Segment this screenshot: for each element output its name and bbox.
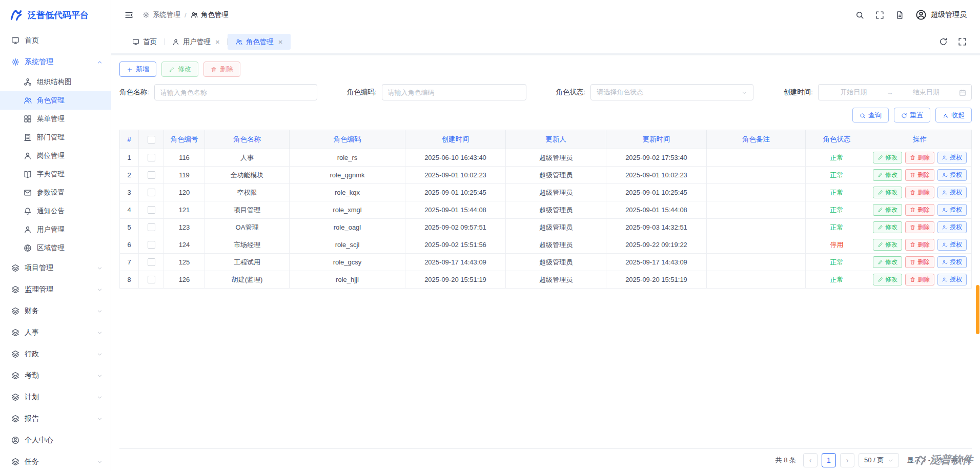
table-row[interactable]: 1 116 人事 role_rs 2025-06-10 16:43:40 超级管… — [120, 149, 972, 167]
sidebar-item-dept[interactable]: 部门管理 — [0, 128, 111, 147]
next-page-button[interactable]: › — [840, 453, 854, 467]
tab-role-management[interactable]: 角色管理× — [228, 34, 291, 50]
row-authorize-button[interactable]: 授权 — [937, 256, 967, 268]
fullscreen-button[interactable] — [958, 37, 967, 46]
current-page-button[interactable]: 1 — [822, 453, 836, 467]
user-menu[interactable]: 超级管理员 — [915, 9, 967, 21]
row-delete-button[interactable]: 删除 — [905, 239, 934, 251]
sidebar-item-system[interactable]: 系统管理 — [0, 51, 111, 73]
row-edit-button[interactable]: 修改 — [873, 152, 902, 163]
sidebar-item-role[interactable]: 角色管理 — [0, 91, 111, 110]
breadcrumb-item[interactable]: 角色管理 — [191, 10, 229, 19]
edit-button[interactable]: 修改 — [161, 62, 198, 77]
sidebar-item-home[interactable]: 首页 — [0, 30, 111, 51]
tab-close-icon[interactable]: × — [278, 38, 283, 46]
row-edit-button[interactable]: 修改 — [873, 274, 902, 285]
row-checkbox[interactable] — [148, 189, 155, 196]
select-all-checkbox[interactable] — [148, 136, 155, 144]
row-checkbox[interactable] — [148, 241, 155, 249]
row-authorize-button[interactable]: 授权 — [937, 221, 967, 233]
collapse-sidebar-button[interactable] — [125, 11, 133, 19]
search-button[interactable] — [855, 11, 864, 19]
tab-list: 首页用户管理×角色管理× — [125, 30, 291, 53]
tab-user-management[interactable]: 用户管理× — [165, 34, 228, 50]
row-authorize-button[interactable]: 授权 — [937, 204, 967, 216]
breadcrumb: 系统管理/角色管理 — [142, 10, 229, 19]
row-authorize-button[interactable]: 授权 — [937, 187, 967, 198]
row-edit-button[interactable]: 修改 — [873, 256, 902, 268]
row-checkbox[interactable] — [148, 171, 155, 179]
breadcrumb-item[interactable]: 系统管理 — [142, 10, 180, 19]
sidebar-item-report[interactable]: 报告 — [0, 408, 111, 429]
row-delete-button[interactable]: 删除 — [905, 152, 934, 163]
table-row[interactable]: 7 125 工程试用 role_gcsy 2025-09-17 14:43:09… — [120, 254, 972, 271]
collapse-filters-button[interactable]: 收起 — [935, 108, 972, 122]
reset-button[interactable]: 重置 — [894, 108, 930, 122]
row-delete-button[interactable]: 删除 — [905, 187, 934, 198]
row-checkbox[interactable] — [148, 206, 155, 214]
row-edit-button[interactable]: 修改 — [873, 221, 902, 233]
role-name-input[interactable] — [154, 84, 317, 100]
sidebar-item-params[interactable]: 参数设置 — [0, 183, 111, 202]
role-status-select[interactable]: 请选择角色状态 — [590, 84, 753, 100]
layers-icon — [11, 264, 19, 272]
sidebar-item-org-chart[interactable]: 组织结构图 — [0, 73, 111, 91]
row-delete-button[interactable]: 删除 — [905, 274, 934, 285]
trash-icon — [910, 172, 915, 178]
row-edit-button[interactable]: 修改 — [873, 204, 902, 216]
table-row[interactable]: 3 120 空权限 role_kqx 2025-09-01 10:25:45 超… — [120, 184, 972, 201]
scrollbar-thumb[interactable] — [976, 285, 979, 334]
sidebar-item-region[interactable]: 区域管理 — [0, 239, 111, 257]
sidebar-item-dict[interactable]: 字典管理 — [0, 165, 111, 183]
table-row[interactable]: 2 119 全功能模块 role_qgnmk 2025-09-01 10:02:… — [120, 167, 972, 184]
row-delete-button[interactable]: 删除 — [905, 204, 934, 216]
chevron-down-icon — [97, 287, 103, 293]
sidebar-item-project[interactable]: 项目管理 — [0, 257, 111, 279]
table-row[interactable]: 4 121 项目管理 role_xmgl 2025-09-01 15:44:08… — [120, 201, 972, 219]
sidebar-item-post[interactable]: 岗位管理 — [0, 147, 111, 165]
sidebar-item-personal[interactable]: 个人中心 — [0, 429, 111, 451]
tab-close-icon[interactable]: × — [215, 38, 220, 46]
row-delete-button[interactable]: 删除 — [905, 169, 934, 181]
app-logo[interactable]: 泛普低代码平台 — [0, 0, 111, 30]
row-authorize-button[interactable]: 授权 — [937, 169, 967, 181]
table-row[interactable]: 8 126 胡建(监理) role_hjjl 2025-09-20 15:51:… — [120, 271, 972, 289]
row-checkbox[interactable] — [148, 223, 155, 231]
sidebar-item-menu[interactable]: 菜单管理 — [0, 110, 111, 128]
delete-button[interactable]: 删除 — [203, 62, 240, 77]
tab-home[interactable]: 首页 — [125, 34, 165, 50]
add-button[interactable]: 新增 — [119, 62, 156, 77]
search-button[interactable]: 查询 — [852, 108, 889, 122]
sidebar-item-hr[interactable]: 人事 — [0, 322, 111, 343]
row-checkbox[interactable] — [148, 276, 155, 283]
sidebar-item-supervision[interactable]: 监理管理 — [0, 279, 111, 300]
sidebar-item-attendance[interactable]: 考勤 — [0, 365, 111, 386]
refresh-button[interactable] — [939, 37, 948, 46]
sidebar-item-finance[interactable]: 财务 — [0, 300, 111, 322]
row-edit-button[interactable]: 修改 — [873, 239, 902, 251]
create-time-range-picker[interactable]: 开始日期 → 结束日期 — [818, 84, 972, 100]
fullscreen-button[interactable] — [875, 11, 884, 19]
row-delete-button[interactable]: 删除 — [905, 256, 934, 268]
document-button[interactable] — [895, 11, 904, 19]
cell-role-name: OA管理 — [205, 219, 290, 236]
table-row[interactable]: 6 124 市场经理 role_scjl 2025-09-02 15:51:56… — [120, 236, 972, 254]
row-edit-button[interactable]: 修改 — [873, 169, 902, 181]
sidebar-item-task[interactable]: 任务 — [0, 451, 111, 471]
table-row[interactable]: 5 123 OA管理 role_oagl 2025-09-02 09:57:51… — [120, 219, 972, 236]
row-checkbox[interactable] — [148, 258, 155, 266]
column-header: 角色状态 — [806, 130, 868, 149]
sidebar-item-notice[interactable]: 通知公告 — [0, 202, 111, 220]
prev-page-button[interactable]: ‹ — [803, 453, 818, 467]
row-authorize-button[interactable]: 授权 — [937, 274, 967, 285]
row-authorize-button[interactable]: 授权 — [937, 239, 967, 251]
role-code-input[interactable] — [382, 84, 526, 100]
row-edit-button[interactable]: 修改 — [873, 187, 902, 198]
row-checkbox[interactable] — [148, 154, 155, 161]
sidebar-item-user[interactable]: 用户管理 — [0, 220, 111, 239]
sidebar-item-admin[interactable]: 行政 — [0, 343, 111, 365]
row-authorize-button[interactable]: 授权 — [937, 152, 967, 163]
sidebar-item-plan[interactable]: 计划 — [0, 386, 111, 408]
row-delete-button[interactable]: 删除 — [905, 221, 934, 233]
page-size-select[interactable]: 50 / 页 — [859, 453, 899, 467]
